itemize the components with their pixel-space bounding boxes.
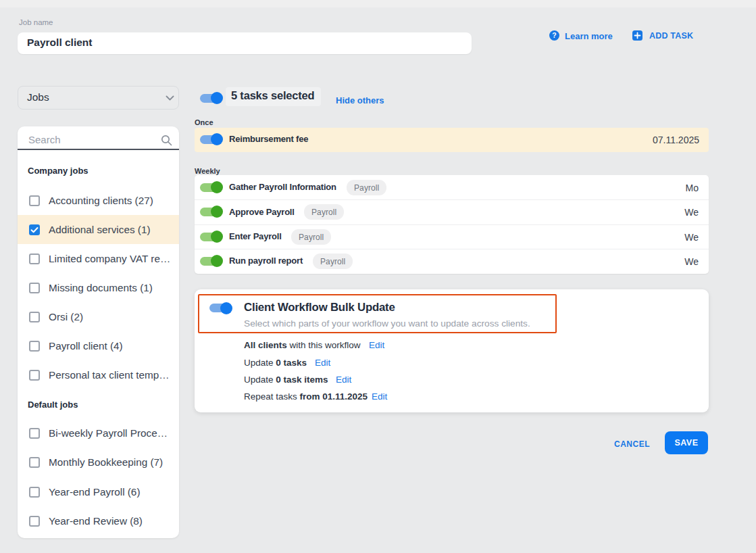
- svg-text:?: ?: [552, 31, 556, 39]
